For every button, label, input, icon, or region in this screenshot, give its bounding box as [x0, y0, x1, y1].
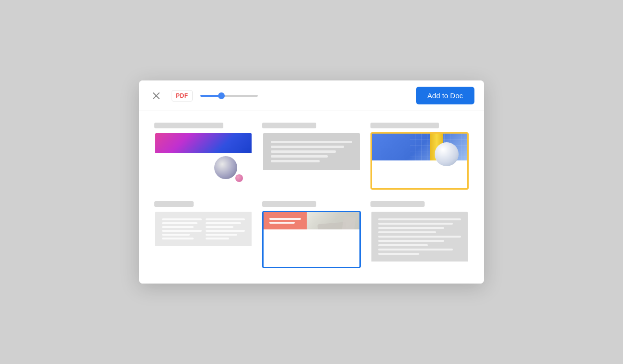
- pdf-badge: PDF: [172, 90, 193, 102]
- photo-section: [307, 212, 359, 229]
- deco-line: [378, 227, 445, 229]
- card-6-label: [370, 201, 425, 207]
- close-button[interactable]: [149, 88, 164, 103]
- deco-line: [206, 222, 241, 224]
- card-2-thumb[interactable]: [262, 132, 360, 190]
- card-1-thumb[interactable]: [154, 132, 253, 190]
- deco-line: [206, 234, 237, 236]
- card-1-label: [154, 123, 223, 128]
- add-to-doc-button[interactable]: Add to Doc: [416, 87, 474, 104]
- deco-line: [378, 240, 445, 242]
- deco-line: [162, 238, 194, 239]
- deco-line: [162, 230, 202, 232]
- template-card-4[interactable]: [154, 201, 253, 268]
- template-grid: [154, 123, 469, 268]
- deco-line: [269, 222, 295, 224]
- card-4-label: [154, 201, 194, 207]
- template-card-1[interactable]: [154, 123, 253, 190]
- card-6-thumb[interactable]: [370, 211, 469, 268]
- deco-line: [378, 249, 453, 250]
- deco-line: [206, 230, 245, 232]
- card-4-thumb[interactable]: [154, 211, 253, 268]
- card-5-label: [262, 201, 316, 207]
- deco-line: [378, 244, 428, 246]
- slider-container: [200, 95, 408, 97]
- template-card-3[interactable]: [370, 123, 469, 190]
- deco-line: [271, 146, 344, 148]
- col-right: [206, 218, 245, 239]
- deco-line: [162, 218, 202, 220]
- card-5-thumb[interactable]: [262, 211, 360, 268]
- modal-dialog: PDF Add to Doc: [139, 80, 484, 284]
- template-card-6[interactable]: [370, 201, 469, 268]
- content-area: [139, 111, 484, 284]
- template-card-5[interactable]: [262, 201, 360, 268]
- deco-line: [162, 222, 197, 224]
- card-2-label: [262, 123, 316, 128]
- deco-line: [271, 155, 328, 158]
- deco-line: [206, 238, 230, 239]
- deco-item: [341, 216, 356, 229]
- deco-line: [162, 226, 194, 228]
- toolbar: PDF Add to Doc: [139, 80, 484, 111]
- zoom-slider[interactable]: [200, 95, 258, 97]
- white-sphere-decoration: [435, 142, 459, 166]
- deco-line: [271, 141, 352, 143]
- deco-line: [271, 150, 335, 153]
- card-3-label: [370, 123, 439, 128]
- deco-line: [378, 218, 461, 220]
- deco-line: [378, 253, 420, 255]
- pink-section: [264, 212, 307, 229]
- deco-line: [378, 223, 453, 225]
- template-card-2[interactable]: [262, 123, 360, 190]
- deco-line: [271, 160, 320, 162]
- deco-line: [206, 218, 245, 220]
- sphere-decoration: [214, 156, 237, 179]
- deco-line: [378, 231, 436, 233]
- card-3-thumb[interactable]: [370, 132, 469, 190]
- deco-line: [378, 236, 461, 238]
- col-left: [162, 218, 202, 239]
- deco-line: [269, 218, 301, 220]
- deco-line: [206, 226, 233, 228]
- small-sphere-decoration: [235, 174, 243, 182]
- deco-line: [162, 234, 190, 236]
